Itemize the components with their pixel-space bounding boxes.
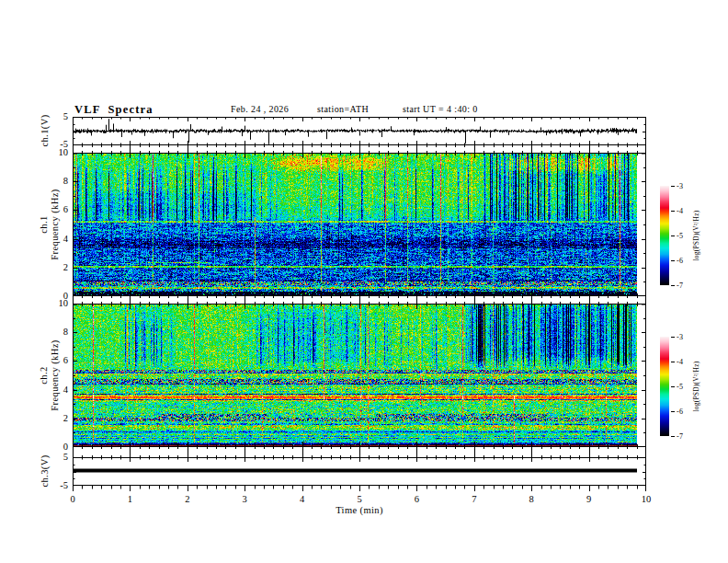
ch2-spectrogram-panel xyxy=(73,304,646,447)
ch3-wave-ytick-label: 5 xyxy=(40,452,68,462)
colorbar-tick-label: -4 xyxy=(677,358,683,366)
colorbar-tick-label: -3 xyxy=(677,182,683,190)
colorbar-tick-label: -7 xyxy=(677,432,683,441)
colorbar-tick xyxy=(671,362,675,362)
colorbar-tick-label: -3 xyxy=(677,333,683,341)
colorbar-ch1-label: log(PSD)(V²/Hz) xyxy=(692,211,700,261)
ch2-spec-ytick-label: 2 xyxy=(40,413,68,423)
ch1-voltage-trace-panel xyxy=(73,117,646,145)
ch2-spec-ytick-label: 4 xyxy=(40,385,68,395)
ch2-spec-axis-label-line2: Frequency (kHz) xyxy=(50,339,60,410)
colorbar-tick-label: -5 xyxy=(677,232,683,240)
colorbar-tick xyxy=(671,337,675,338)
time-tick-label: 6 xyxy=(415,494,419,504)
ch2-spec-ytick-label: 8 xyxy=(40,327,68,337)
axis-tick-strip xyxy=(73,145,646,153)
colorbar-tick xyxy=(671,236,675,236)
time-tick-label: 7 xyxy=(472,494,476,504)
ch3-voltage-trace-panel xyxy=(73,457,646,486)
colorbar-ch1-label-text: log(PSD)(V²/Hz) xyxy=(692,211,700,261)
time-tick-label: 1 xyxy=(128,494,132,504)
ch1-spec-ytick-label: 8 xyxy=(40,176,68,186)
time-tick-label: 10 xyxy=(642,494,652,504)
vlf-spectra-figure: VLF Spectra Feb. 24 , 2026 station=ATH s… xyxy=(0,0,728,563)
start-ut-label: start UT = 4 :40: 0 xyxy=(403,104,478,114)
colorbar-tick xyxy=(671,411,675,412)
colorbar-ch2 xyxy=(660,337,669,436)
colorbar-tick-label: -7 xyxy=(677,282,683,290)
time-axis-ticks xyxy=(73,486,646,493)
colorbar-tick xyxy=(671,211,675,212)
ch3-wave-ytick-label: -5 xyxy=(40,480,68,490)
ch1-spec-ytick-label: 6 xyxy=(40,204,68,214)
time-tick-label: 2 xyxy=(185,494,189,504)
colorbar-tick-label: -5 xyxy=(677,383,683,391)
figure-date: Feb. 24 , 2026 xyxy=(231,104,289,114)
ch2-spec-ytick-label: 0 xyxy=(40,442,68,452)
time-axis-label: Time (min) xyxy=(336,505,383,515)
ch2-spec-axis-label-line1: ch.2 xyxy=(39,366,49,384)
ch2-spec-ytick-label: 6 xyxy=(40,355,68,365)
time-tick-label: 5 xyxy=(357,494,361,504)
ch1-spec-ytick-label: 2 xyxy=(40,262,68,272)
time-tick-label: 8 xyxy=(529,494,534,504)
colorbar-tick xyxy=(671,186,675,187)
time-tick-label: 0 xyxy=(70,494,74,504)
ch1-wave-ytick-label: 5 xyxy=(40,111,68,121)
colorbar-ch2-label: log(PSD)(V²/Hz) xyxy=(692,362,700,412)
axis-tick-strip xyxy=(73,296,646,304)
ch1-spec-ytick-label: 4 xyxy=(40,234,68,244)
colorbar-tick xyxy=(671,436,675,437)
colorbar-tick-label: -6 xyxy=(677,257,683,265)
time-tick-label: 4 xyxy=(300,494,304,504)
time-tick-label: 9 xyxy=(586,494,591,504)
ch1-spec-axis-label-line1: ch.1 xyxy=(39,215,49,233)
colorbar-tick xyxy=(671,285,675,286)
ch2-spec-ytick-label: 10 xyxy=(40,298,68,308)
colorbar-tick-label: -4 xyxy=(677,207,683,215)
ch1-spectrogram-panel xyxy=(73,153,646,296)
station-label: station=ATH xyxy=(317,104,369,114)
colorbar-tick xyxy=(671,260,675,261)
colorbar-ch1 xyxy=(660,186,669,285)
ch1-spec-ytick-label: 10 xyxy=(40,147,68,157)
time-tick-label: 3 xyxy=(243,494,247,504)
colorbar-ch2-label-text: log(PSD)(V²/Hz) xyxy=(692,362,700,412)
colorbar-tick-label: -6 xyxy=(677,408,683,416)
figure-title: VLF Spectra xyxy=(74,103,154,117)
axis-tick-strip xyxy=(73,447,646,457)
colorbar-tick xyxy=(671,386,675,387)
ch1-spec-axis-label-line2: Frequency (kHz) xyxy=(50,189,60,259)
